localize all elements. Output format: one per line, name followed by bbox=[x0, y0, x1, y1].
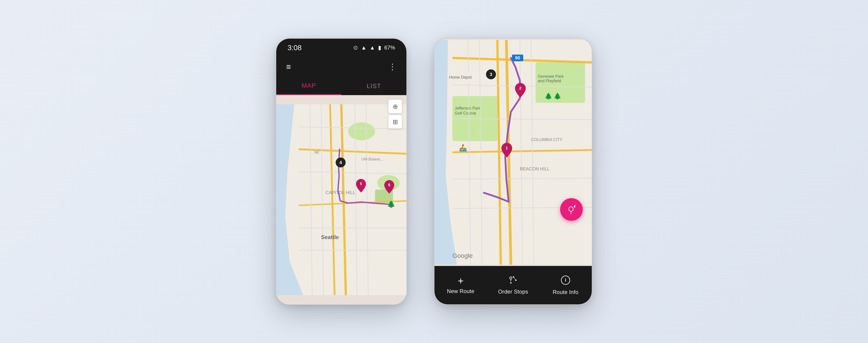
map-area-1[interactable]: CAPITOL HILL Seattle UW Botanic... NE 4 … bbox=[276, 95, 406, 304]
battery-pct: 67% bbox=[384, 44, 395, 51]
svg-text:🚣: 🚣 bbox=[459, 144, 467, 152]
scene: 3:08 ⊙ ▲ ▲ ▮ 67% ≡ ⋮ MAP LIST bbox=[276, 38, 592, 305]
map-area-2[interactable]: Jefferson Park Golf Course Genesee Park … bbox=[434, 39, 592, 266]
new-route-nav-item[interactable]: + New Route bbox=[442, 276, 479, 294]
svg-text:🌲: 🌲 bbox=[545, 92, 553, 100]
svg-text:COLUMBIA CITY: COLUMBIA CITY bbox=[531, 137, 562, 142]
svg-text:Jefferson Park: Jefferson Park bbox=[455, 106, 480, 111]
svg-text:NE: NE bbox=[314, 151, 319, 154]
svg-text:1: 1 bbox=[506, 146, 508, 150]
svg-point-57 bbox=[569, 207, 573, 211]
top-bar: ≡ ⋮ bbox=[276, 57, 406, 77]
pin-6: 6 bbox=[384, 180, 394, 194]
signal-icon: ▲ bbox=[370, 44, 375, 51]
svg-text:90: 90 bbox=[515, 55, 520, 60]
order-stops-nav-item[interactable]: Order Stops bbox=[495, 276, 531, 295]
park-icon: 🌲 bbox=[387, 200, 395, 208]
route-info-nav-item[interactable]: i Route Info bbox=[548, 275, 584, 295]
new-route-label: New Route bbox=[447, 288, 474, 294]
location-icon: ⊙ bbox=[353, 44, 358, 51]
svg-text:Home Depot: Home Depot bbox=[449, 75, 472, 80]
svg-text:Google: Google bbox=[453, 252, 473, 259]
svg-text:and Playfield: and Playfield bbox=[538, 79, 561, 83]
fab-icon bbox=[567, 205, 576, 214]
map-background-2: Jefferson Park Golf Course Genesee Park … bbox=[434, 39, 592, 266]
svg-text:i: i bbox=[565, 278, 566, 282]
status-time: 3:08 bbox=[287, 43, 302, 52]
new-route-icon: + bbox=[458, 276, 464, 286]
tab-bar: MAP LIST bbox=[276, 77, 406, 95]
tab-map[interactable]: MAP bbox=[276, 77, 341, 95]
order-stops-label: Order Stops bbox=[498, 288, 528, 295]
svg-point-64 bbox=[510, 282, 512, 284]
map-background: CAPITOL HILL Seattle UW Botanic... NE bbox=[276, 95, 406, 304]
pin-1: 1 bbox=[501, 143, 513, 158]
svg-text:🌲: 🌲 bbox=[554, 92, 561, 100]
phone-1: 3:08 ⊙ ▲ ▲ ▮ 67% ≡ ⋮ MAP LIST bbox=[276, 38, 407, 305]
status-icons: ⊙ ▲ ▲ ▮ 67% bbox=[353, 44, 395, 51]
svg-point-2 bbox=[348, 122, 375, 140]
svg-text:Golf Course: Golf Course bbox=[455, 111, 476, 116]
wifi-icon: ▲ bbox=[361, 44, 366, 51]
route-info-icon: i bbox=[561, 275, 570, 287]
svg-point-62 bbox=[510, 277, 512, 279]
status-bar: 3:08 ⊙ ▲ ▲ ▮ 67% bbox=[276, 39, 406, 57]
overflow-menu-icon[interactable]: ⋮ bbox=[388, 62, 397, 72]
svg-text:BEACON HILL: BEACON HILL bbox=[520, 166, 550, 171]
svg-text:5: 5 bbox=[360, 182, 362, 186]
svg-text:UW Botanic...: UW Botanic... bbox=[362, 157, 383, 161]
tab-list[interactable]: LIST bbox=[341, 77, 406, 95]
route-info-label: Route Info bbox=[553, 289, 579, 295]
battery-icon: ▮ bbox=[378, 44, 381, 51]
add-stop-fab[interactable] bbox=[560, 198, 583, 221]
order-stops-icon bbox=[508, 276, 519, 286]
svg-text:6: 6 bbox=[388, 183, 391, 187]
svg-text:CAPITOL HILL: CAPITOL HILL bbox=[326, 190, 355, 195]
pin-5: 5 bbox=[356, 179, 366, 193]
pin-2: 2 bbox=[515, 83, 526, 98]
pin-4-label: 4 bbox=[336, 157, 346, 167]
hamburger-menu-icon[interactable]: ≡ bbox=[286, 62, 291, 72]
phone-2: Jefferson Park Golf Course Genesee Park … bbox=[434, 38, 592, 305]
layers-button[interactable]: ⊞ bbox=[388, 115, 402, 129]
map-overlay-buttons: ⊕ ⊞ bbox=[388, 100, 402, 129]
pin-3: 3 bbox=[486, 69, 496, 79]
location-button[interactable]: ⊕ bbox=[388, 100, 402, 113]
svg-text:2: 2 bbox=[519, 86, 522, 90]
pin-4: 4 bbox=[336, 157, 346, 167]
bottom-nav: + New Route Order Stops bbox=[434, 266, 592, 304]
svg-text:Genesee Park: Genesee Park bbox=[538, 74, 563, 79]
svg-text:Seattle: Seattle bbox=[321, 234, 339, 240]
